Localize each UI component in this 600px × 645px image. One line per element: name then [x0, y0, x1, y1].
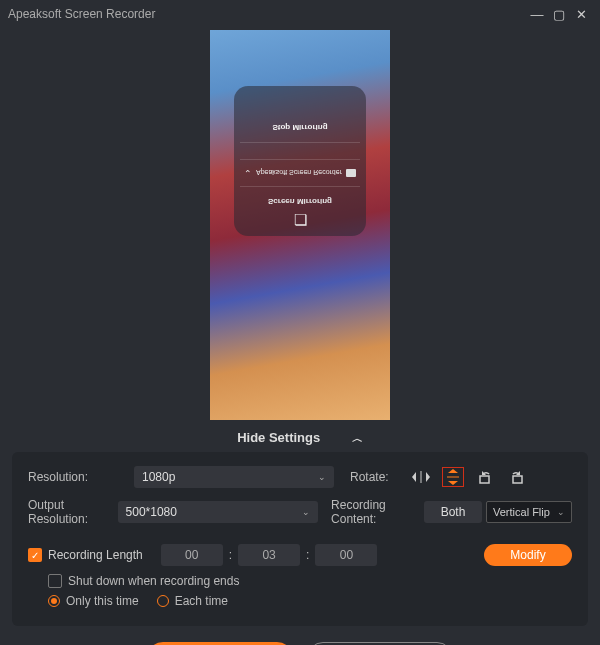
svg-rect-0: [421, 471, 422, 483]
app-title: Apeaksoft Screen Recorder: [8, 7, 155, 21]
time-colon: :: [306, 548, 309, 562]
resolution-select[interactable]: 1080p ⌄: [134, 466, 334, 488]
close-button[interactable]: ✕: [570, 7, 592, 22]
output-resolution-value: 500*1080: [126, 505, 177, 519]
mirroring-device-row: ⌄ Apeaksoft Screen Recorder: [240, 160, 360, 187]
each-time-label: Each time: [175, 594, 228, 608]
mirroring-panel: ❐ Screen Mirroring ⌄ Apeaksoft Screen Re…: [234, 86, 366, 236]
output-resolution-label: Output Resolution:: [28, 498, 118, 526]
modify-button[interactable]: Modify: [484, 544, 572, 566]
horizontal-flip-button[interactable]: [410, 467, 432, 487]
output-resolution-select[interactable]: 500*1080 ⌄: [118, 501, 318, 523]
hide-settings-toggle[interactable]: Hide Settings ︿: [0, 422, 600, 452]
mirroring-device: Apeaksoft Screen Recorder: [256, 170, 342, 177]
recording-content-label: Recording Content:: [331, 498, 424, 526]
mirrored-screen-preview: ❐ Screen Mirroring ⌄ Apeaksoft Screen Re…: [0, 28, 600, 422]
recording-content-value: Both: [441, 505, 466, 519]
chevron-down-icon: ⌄: [318, 472, 326, 482]
hours-input[interactable]: 00: [161, 544, 223, 566]
svg-rect-1: [447, 477, 459, 478]
each-time-radio[interactable]: [157, 595, 169, 607]
recording-content-select[interactable]: Both: [424, 501, 482, 523]
minutes-input[interactable]: 03: [238, 544, 300, 566]
title-bar: Apeaksoft Screen Recorder — ▢ ✕: [0, 0, 600, 28]
resolution-value: 1080p: [142, 470, 175, 484]
resolution-label: Resolution:: [28, 470, 134, 484]
only-this-time-label: Only this time: [66, 594, 139, 608]
shutdown-label: Shut down when recording ends: [68, 574, 239, 588]
rotate-left-button[interactable]: [474, 467, 496, 487]
chevron-down-icon: ⌄: [557, 507, 565, 517]
hide-settings-label: Hide Settings: [237, 430, 320, 445]
time-colon: :: [229, 548, 232, 562]
phone-preview: ❐ Screen Mirroring ⌄ Apeaksoft Screen Re…: [210, 30, 390, 420]
vertical-flip-button[interactable]: [442, 467, 464, 487]
rotate-label: Rotate:: [350, 470, 410, 484]
minimize-button[interactable]: —: [526, 7, 548, 22]
vertical-flip-tooltip: Vertical Flip ⌄: [486, 501, 572, 523]
recording-length-checkbox[interactable]: ✓: [28, 548, 42, 562]
rotate-right-button[interactable]: [506, 467, 528, 487]
mirroring-title: Screen Mirroring: [240, 197, 360, 206]
cast-icon: ❐: [240, 210, 360, 228]
settings-panel: Resolution: 1080p ⌄ Rotate: Output Resol…: [12, 452, 588, 626]
bottom-bar: Record 📷 SnapShot ≡ Recording history: [0, 636, 600, 645]
chevron-up-icon: ︿: [352, 431, 363, 446]
shutdown-checkbox[interactable]: [48, 574, 62, 588]
tooltip-text: Vertical Flip: [493, 506, 550, 518]
rotate-buttons: [410, 467, 528, 487]
stop-mirroring: Stop Mirroring: [240, 123, 360, 143]
chevron-down-icon: ⌄: [302, 507, 310, 517]
maximize-button[interactable]: ▢: [548, 7, 570, 22]
only-this-time-radio[interactable]: [48, 595, 60, 607]
seconds-input[interactable]: 00: [315, 544, 377, 566]
recording-length-label: Recording Length: [48, 548, 143, 562]
